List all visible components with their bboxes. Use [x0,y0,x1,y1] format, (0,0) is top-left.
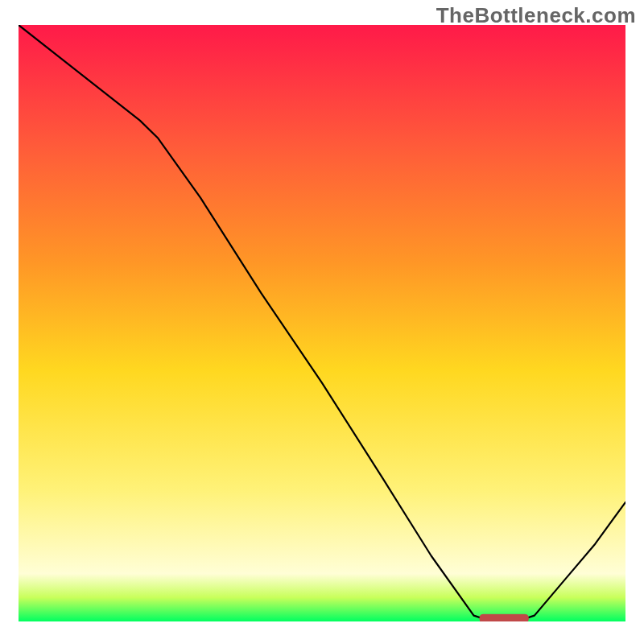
bottleneck-curve [19,25,625,621]
plot-area [19,25,625,621]
bottleneck-chart: TheBottleneck.com [0,0,644,644]
optimal-range-marker [480,614,528,621]
chart-svg [19,25,625,621]
